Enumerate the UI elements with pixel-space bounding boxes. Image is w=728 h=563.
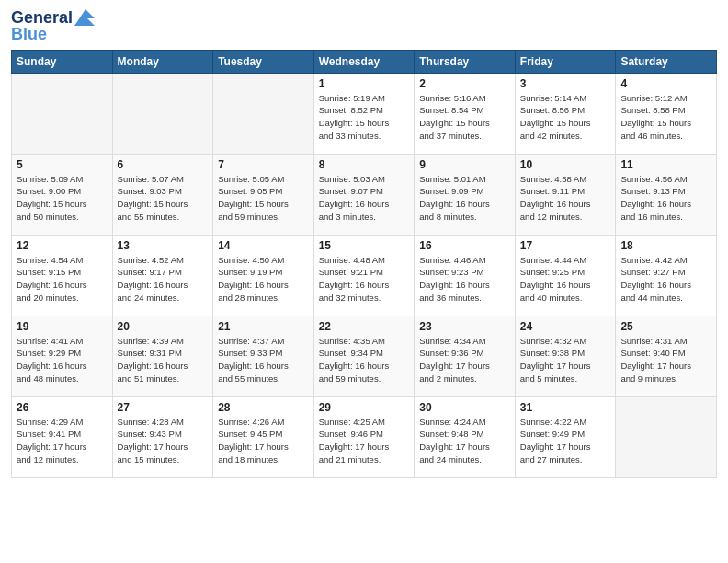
page: General Blue SundayMondayTuesdayWednesda… bbox=[0, 0, 728, 563]
day-info: Sunrise: 4:22 AMSunset: 9:49 PMDaylight:… bbox=[520, 416, 611, 466]
day-info: Sunrise: 4:46 AMSunset: 9:23 PMDaylight:… bbox=[419, 254, 510, 304]
day-info: Sunrise: 4:32 AMSunset: 9:38 PMDaylight:… bbox=[520, 335, 611, 385]
calendar-cell: 11Sunrise: 4:56 AMSunset: 9:13 PMDayligh… bbox=[616, 154, 717, 235]
logo: General Blue bbox=[11, 9, 95, 44]
day-info: Sunrise: 5:07 AMSunset: 9:03 PMDaylight:… bbox=[118, 173, 209, 224]
header: General Blue bbox=[11, 9, 717, 44]
day-info: Sunrise: 5:01 AMSunset: 9:09 PMDaylight:… bbox=[419, 173, 510, 224]
week-row-3: 12Sunrise: 4:54 AMSunset: 9:15 PMDayligh… bbox=[12, 235, 717, 316]
weekday-saturday: Saturday bbox=[616, 50, 717, 73]
day-info: Sunrise: 5:12 AMSunset: 8:58 PMDaylight:… bbox=[620, 92, 711, 143]
day-number: 23 bbox=[419, 320, 510, 333]
calendar-cell: 7Sunrise: 5:05 AMSunset: 9:05 PMDaylight… bbox=[213, 154, 314, 235]
calendar-cell: 14Sunrise: 4:50 AMSunset: 9:19 PMDayligh… bbox=[213, 235, 314, 316]
svg-marker-0 bbox=[74, 9, 95, 26]
day-info: Sunrise: 4:29 AMSunset: 9:41 PMDaylight:… bbox=[17, 416, 108, 466]
calendar-cell: 28Sunrise: 4:26 AMSunset: 9:45 PMDayligh… bbox=[213, 396, 314, 477]
day-info: Sunrise: 5:14 AMSunset: 8:56 PMDaylight:… bbox=[520, 92, 611, 143]
day-info: Sunrise: 5:05 AMSunset: 9:05 PMDaylight:… bbox=[218, 173, 309, 224]
calendar-cell bbox=[112, 73, 213, 154]
day-number: 17 bbox=[520, 239, 611, 252]
day-info: Sunrise: 4:35 AMSunset: 9:34 PMDaylight:… bbox=[319, 335, 410, 385]
day-info: Sunrise: 4:58 AMSunset: 9:11 PMDaylight:… bbox=[520, 173, 611, 224]
calendar-cell: 23Sunrise: 4:34 AMSunset: 9:36 PMDayligh… bbox=[415, 316, 516, 396]
calendar-cell: 26Sunrise: 4:29 AMSunset: 9:41 PMDayligh… bbox=[12, 396, 113, 477]
calendar-cell: 18Sunrise: 4:42 AMSunset: 9:27 PMDayligh… bbox=[616, 235, 717, 316]
calendar-cell: 10Sunrise: 4:58 AMSunset: 9:11 PMDayligh… bbox=[515, 154, 616, 235]
day-number: 25 bbox=[620, 320, 711, 333]
week-row-2: 5Sunrise: 5:09 AMSunset: 9:00 PMDaylight… bbox=[12, 154, 717, 235]
calendar-cell: 20Sunrise: 4:39 AMSunset: 9:31 PMDayligh… bbox=[112, 316, 213, 396]
day-number: 31 bbox=[520, 401, 611, 414]
day-info: Sunrise: 4:50 AMSunset: 9:19 PMDaylight:… bbox=[218, 254, 309, 304]
calendar-cell: 9Sunrise: 5:01 AMSunset: 9:09 PMDaylight… bbox=[415, 154, 516, 235]
calendar-cell: 8Sunrise: 5:03 AMSunset: 9:07 PMDaylight… bbox=[313, 154, 415, 235]
weekday-wednesday: Wednesday bbox=[313, 50, 415, 73]
day-number: 11 bbox=[620, 158, 711, 171]
weekday-header-row: SundayMondayTuesdayWednesdayThursdayFrid… bbox=[12, 50, 717, 73]
day-info: Sunrise: 4:25 AMSunset: 9:46 PMDaylight:… bbox=[319, 416, 410, 466]
day-info: Sunrise: 4:37 AMSunset: 9:33 PMDaylight:… bbox=[218, 335, 309, 385]
day-number: 19 bbox=[17, 320, 108, 333]
weekday-tuesday: Tuesday bbox=[213, 50, 314, 73]
day-info: Sunrise: 4:24 AMSunset: 9:48 PMDaylight:… bbox=[419, 416, 510, 466]
calendar-cell bbox=[213, 73, 314, 154]
weekday-friday: Friday bbox=[515, 50, 616, 73]
calendar-cell: 31Sunrise: 4:22 AMSunset: 9:49 PMDayligh… bbox=[515, 396, 616, 477]
day-info: Sunrise: 4:39 AMSunset: 9:31 PMDaylight:… bbox=[118, 335, 209, 385]
calendar-cell: 21Sunrise: 4:37 AMSunset: 9:33 PMDayligh… bbox=[213, 316, 314, 396]
calendar-cell: 25Sunrise: 4:31 AMSunset: 9:40 PMDayligh… bbox=[616, 316, 717, 396]
day-info: Sunrise: 4:56 AMSunset: 9:13 PMDaylight:… bbox=[620, 173, 711, 224]
day-number: 30 bbox=[419, 401, 510, 414]
day-number: 22 bbox=[319, 320, 410, 333]
calendar-cell: 13Sunrise: 4:52 AMSunset: 9:17 PMDayligh… bbox=[112, 235, 213, 316]
day-number: 4 bbox=[620, 77, 711, 90]
day-info: Sunrise: 5:16 AMSunset: 8:54 PMDaylight:… bbox=[419, 92, 510, 143]
day-info: Sunrise: 4:31 AMSunset: 9:40 PMDaylight:… bbox=[620, 335, 711, 385]
week-row-1: 1Sunrise: 5:19 AMSunset: 8:52 PMDaylight… bbox=[12, 73, 717, 154]
day-number: 10 bbox=[520, 158, 611, 171]
day-number: 2 bbox=[419, 77, 510, 90]
day-info: Sunrise: 4:34 AMSunset: 9:36 PMDaylight:… bbox=[419, 335, 510, 385]
calendar-cell: 3Sunrise: 5:14 AMSunset: 8:56 PMDaylight… bbox=[515, 73, 616, 154]
calendar-cell: 2Sunrise: 5:16 AMSunset: 8:54 PMDaylight… bbox=[415, 73, 516, 154]
calendar-cell: 29Sunrise: 4:25 AMSunset: 9:46 PMDayligh… bbox=[313, 396, 415, 477]
weekday-monday: Monday bbox=[112, 50, 213, 73]
calendar-cell: 19Sunrise: 4:41 AMSunset: 9:29 PMDayligh… bbox=[12, 316, 113, 396]
day-info: Sunrise: 4:48 AMSunset: 9:21 PMDaylight:… bbox=[319, 254, 410, 304]
day-info: Sunrise: 5:03 AMSunset: 9:07 PMDaylight:… bbox=[319, 173, 410, 224]
day-number: 27 bbox=[118, 401, 209, 414]
day-number: 9 bbox=[419, 158, 510, 171]
day-number: 20 bbox=[118, 320, 209, 333]
day-info: Sunrise: 4:28 AMSunset: 9:43 PMDaylight:… bbox=[118, 416, 209, 466]
day-number: 1 bbox=[319, 77, 410, 90]
day-info: Sunrise: 5:09 AMSunset: 9:00 PMDaylight:… bbox=[17, 173, 108, 224]
calendar-cell: 27Sunrise: 4:28 AMSunset: 9:43 PMDayligh… bbox=[112, 396, 213, 477]
week-row-4: 19Sunrise: 4:41 AMSunset: 9:29 PMDayligh… bbox=[12, 316, 717, 396]
logo-blue: Blue bbox=[11, 26, 47, 44]
day-info: Sunrise: 4:54 AMSunset: 9:15 PMDaylight:… bbox=[17, 254, 108, 304]
day-info: Sunrise: 4:41 AMSunset: 9:29 PMDaylight:… bbox=[17, 335, 108, 385]
day-number: 13 bbox=[118, 239, 209, 252]
calendar-cell: 24Sunrise: 4:32 AMSunset: 9:38 PMDayligh… bbox=[515, 316, 616, 396]
day-number: 5 bbox=[17, 158, 108, 171]
logo-icon bbox=[74, 9, 95, 26]
calendar-cell bbox=[12, 73, 113, 154]
day-info: Sunrise: 4:52 AMSunset: 9:17 PMDaylight:… bbox=[118, 254, 209, 304]
day-number: 16 bbox=[419, 239, 510, 252]
day-number: 28 bbox=[218, 401, 309, 414]
calendar-cell bbox=[616, 396, 717, 477]
calendar-cell: 22Sunrise: 4:35 AMSunset: 9:34 PMDayligh… bbox=[313, 316, 415, 396]
calendar-cell: 4Sunrise: 5:12 AMSunset: 8:58 PMDaylight… bbox=[616, 73, 717, 154]
week-row-5: 26Sunrise: 4:29 AMSunset: 9:41 PMDayligh… bbox=[12, 396, 717, 477]
calendar-cell: 16Sunrise: 4:46 AMSunset: 9:23 PMDayligh… bbox=[415, 235, 516, 316]
day-number: 18 bbox=[620, 239, 711, 252]
day-number: 6 bbox=[118, 158, 209, 171]
day-number: 8 bbox=[319, 158, 410, 171]
day-number: 3 bbox=[520, 77, 611, 90]
day-number: 29 bbox=[319, 401, 410, 414]
calendar-cell: 6Sunrise: 5:07 AMSunset: 9:03 PMDaylight… bbox=[112, 154, 213, 235]
calendar-table: SundayMondayTuesdayWednesdayThursdayFrid… bbox=[11, 50, 717, 478]
day-info: Sunrise: 4:42 AMSunset: 9:27 PMDaylight:… bbox=[620, 254, 711, 304]
day-number: 24 bbox=[520, 320, 611, 333]
